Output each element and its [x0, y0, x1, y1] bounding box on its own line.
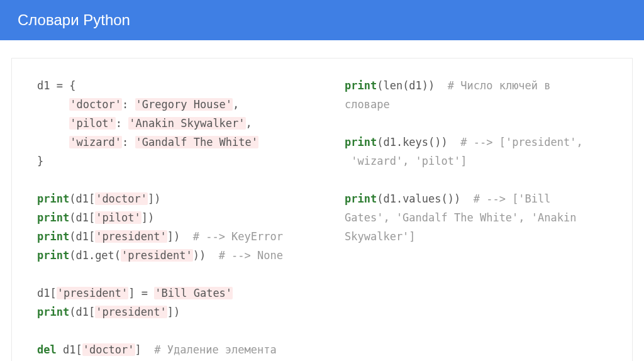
code-line: 'doctor': 'Gregory House', [37, 98, 239, 111]
header: Словари Python [0, 0, 644, 40]
code-left-column: d1 = { 'doctor': 'Gregory House', 'pilot… [37, 76, 307, 359]
code-line: print(d1.keys()) # --> ['president', [345, 136, 583, 148]
code-line: del d1['doctor'] # Удаление элемента [37, 343, 277, 356]
page-title: Словари Python [18, 11, 130, 29]
code-line: Gates', 'Gandalf The White', 'Anakin [345, 211, 576, 224]
code-line: print(d1['doctor']) [37, 192, 161, 205]
code-line: } [37, 155, 43, 167]
code-right-column: print(len(d1)) # Число ключей в словаре … [345, 76, 614, 359]
code-line: d1['president'] = 'Bill Gates' [37, 287, 233, 299]
code-line: Skywalker'] [345, 230, 416, 243]
code-line: print(d1.get('president')) # --> None [37, 249, 283, 262]
code-card: d1 = { 'doctor': 'Gregory House', 'pilot… [11, 58, 633, 361]
code-line: d1 = { [37, 79, 75, 92]
code-line: 'wizard': 'Gandalf The White' [37, 136, 258, 148]
code-line: print(d1['president']) [37, 306, 180, 318]
code-line: словаре [345, 98, 390, 111]
code-line: print(d1['president']) # --> KeyError [37, 230, 283, 243]
code-line: print(d1.values()) # --> ['Bill [345, 192, 551, 205]
code-line: print(d1['pilot']) [37, 211, 154, 224]
code-line: 'wizard', 'pilot'] [345, 155, 467, 167]
code-line: print(len(d1)) # Число ключей в [345, 79, 551, 92]
code-line: 'pilot': 'Anakin Skywalker', [37, 117, 252, 130]
